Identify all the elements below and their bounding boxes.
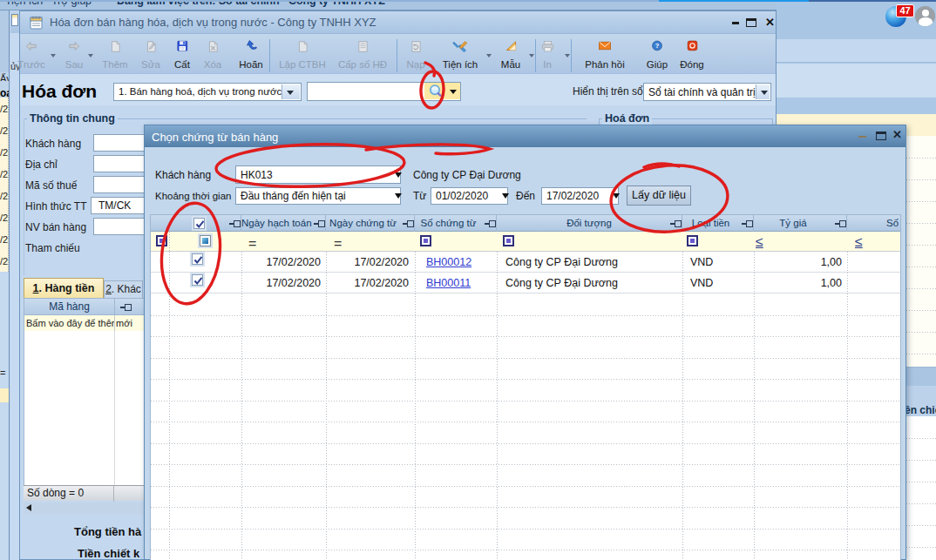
- svg-text:?: ?: [655, 42, 660, 50]
